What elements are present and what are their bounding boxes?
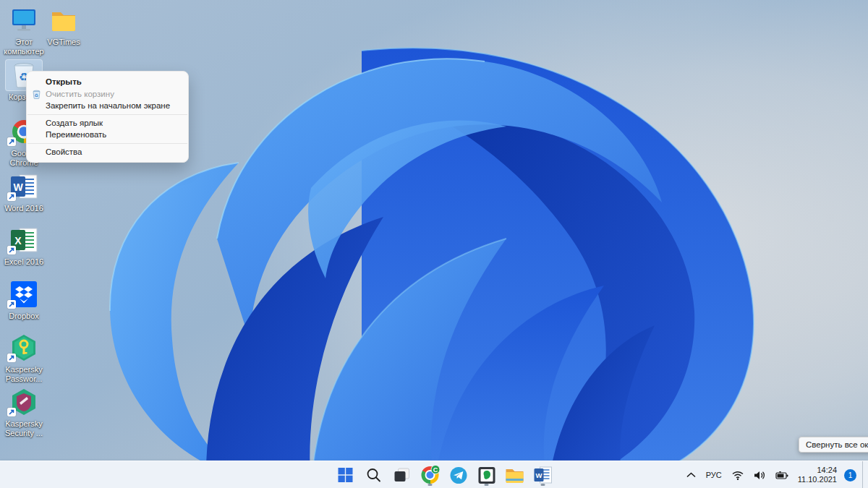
running-indicator <box>485 484 489 486</box>
search-icon <box>366 467 382 483</box>
kaspersky-password-icon <box>5 332 43 364</box>
desktop-icon-excel-2016[interactable]: X Excel 2016 <box>0 224 48 267</box>
desktop-icon-label: Kaspersky Passwor... <box>0 365 48 384</box>
shortcut-arrow-icon <box>7 246 16 254</box>
chrome-taskbar-button[interactable]: C <box>418 463 443 487</box>
task-view-icon <box>393 467 411 483</box>
tray-overflow-button[interactable] <box>683 464 699 486</box>
menu-item-label: Переименовать <box>46 130 106 139</box>
menu-item-label: Закрепить на начальном экране <box>46 101 170 110</box>
shortcut-arrow-icon <box>7 408 16 416</box>
menu-item-open[interactable]: Открыть <box>27 76 188 88</box>
word-taskbar-button[interactable]: W <box>531 463 556 487</box>
kaspersky-security-icon <box>5 386 43 418</box>
telegram-icon <box>449 466 467 484</box>
shortcut-arrow-icon <box>7 192 16 201</box>
shortcut-arrow-icon <box>7 300 16 309</box>
language-indicator[interactable]: РУС <box>702 464 726 486</box>
task-view-button[interactable] <box>390 463 414 487</box>
folder-icon <box>45 4 82 36</box>
running-indicator <box>428 484 433 486</box>
menu-item-empty-recycle-bin: ♻ Очистить корзину <box>27 88 188 100</box>
evernote-icon <box>477 466 495 484</box>
word-icon: W <box>5 171 43 202</box>
clock[interactable]: 14:24 11.10.2021 <box>795 466 840 484</box>
volume-button[interactable] <box>750 464 769 486</box>
this-pc-icon <box>5 4 43 36</box>
menu-item-create-shortcut[interactable]: Создать ярлык <box>27 117 188 129</box>
desktop-icon-label: VGTimes <box>47 38 80 47</box>
menu-item-label: Открыть <box>46 77 82 86</box>
chrome-icon: C <box>422 466 439 484</box>
dropbox-icon <box>5 278 43 310</box>
desktop-icon-kaspersky-security[interactable]: Kaspersky Security ... <box>0 386 48 438</box>
menu-item-label: Свойства <box>46 147 82 156</box>
context-menu: Открыть ♻ Очистить корзину Закрепить на … <box>26 71 189 163</box>
show-desktop-tooltip: Свернуть все окна <box>799 437 868 453</box>
show-desktop-button[interactable] <box>862 461 866 488</box>
menu-item-properties[interactable]: Свойства <box>27 146 188 158</box>
menu-item-pin-to-start[interactable]: Закрепить на начальном экране <box>27 100 188 112</box>
system-tray: РУС 14:24 11 <box>683 461 868 488</box>
taskbar: C <box>0 461 868 488</box>
desktop-icon-word-2016[interactable]: W Word 2016 <box>0 171 48 213</box>
desktop-icon-kaspersky-password[interactable]: Kaspersky Passwor... <box>0 332 48 384</box>
desktop-icon-dropbox[interactable]: Dropbox <box>0 278 48 321</box>
taskbar-app-buttons: C <box>333 461 556 488</box>
chevron-up-icon <box>686 472 696 478</box>
start-button[interactable] <box>333 463 358 487</box>
word-icon: W <box>534 466 553 484</box>
chrome-profile-badge: C <box>431 465 441 474</box>
network-button[interactable] <box>728 464 747 486</box>
menu-item-rename[interactable]: Переименовать <box>27 129 188 141</box>
desktop-icon-label: Word 2016 <box>4 204 43 213</box>
desktop-icon-vgtimes[interactable]: VGTimes <box>40 4 88 47</box>
menu-item-label: Очистить корзину <box>46 90 114 98</box>
telegram-taskbar-button[interactable] <box>446 463 471 487</box>
empty-recycle-bin-icon: ♻ <box>32 90 41 99</box>
desktop-icon-label: Kaspersky Security ... <box>0 419 48 438</box>
tray-date: 11.10.2021 <box>798 475 837 484</box>
svg-text:W: W <box>536 471 542 479</box>
desktop-icon-label: Dropbox <box>9 312 39 321</box>
tray-time: 14:24 <box>798 466 837 475</box>
excel-icon: X <box>5 224 43 256</box>
evernote-taskbar-button[interactable] <box>475 463 499 487</box>
svg-text:X: X <box>14 235 22 247</box>
menu-separator <box>27 143 187 144</box>
search-button[interactable] <box>362 463 386 487</box>
windows-logo-icon <box>338 467 354 483</box>
desktop-icon-label: Excel 2016 <box>4 257 43 267</box>
running-indicator <box>541 484 545 486</box>
shortcut-arrow-icon <box>7 354 16 362</box>
battery-charging-icon <box>775 471 788 480</box>
battery-button[interactable] <box>772 464 792 486</box>
file-explorer-taskbar-button[interactable] <box>503 463 527 487</box>
file-explorer-icon <box>506 467 524 483</box>
speaker-icon <box>754 471 765 480</box>
svg-text:♻: ♻ <box>35 93 38 97</box>
notification-badge[interactable]: 1 <box>844 469 856 481</box>
svg-text:W: W <box>13 181 23 193</box>
wifi-icon <box>732 471 744 480</box>
menu-separator <box>27 114 187 115</box>
menu-item-label: Создать ярлык <box>46 119 103 127</box>
shortcut-arrow-icon <box>7 137 16 146</box>
